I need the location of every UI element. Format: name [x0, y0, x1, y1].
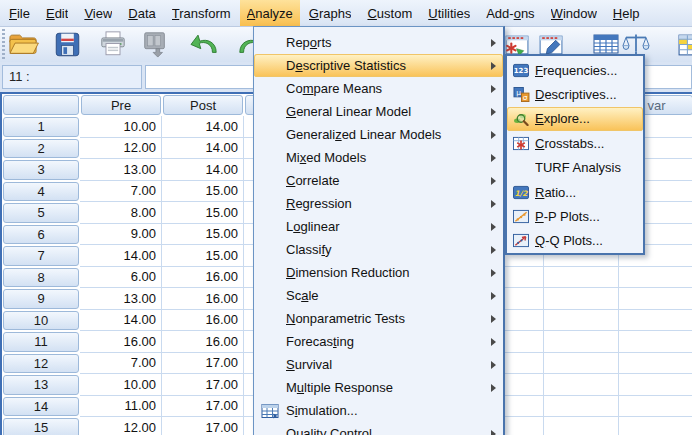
- cell-pre[interactable]: 13.00: [80, 288, 162, 310]
- submenu-item-descriptives[interactable]: Descriptives...: [507, 82, 643, 106]
- menubar-item-edit[interactable]: Edit: [39, 0, 75, 26]
- cell-post[interactable]: 14.00: [162, 138, 244, 160]
- submenu-item-p-p-plots[interactable]: P-P Plots...: [507, 204, 643, 228]
- menubar-item-data[interactable]: Data: [121, 0, 162, 26]
- menubar-item-analyze[interactable]: Analyze: [240, 0, 300, 26]
- cell-pre[interactable]: 7.00: [80, 181, 162, 203]
- cell-var[interactable]: [619, 310, 692, 332]
- row-header-cell[interactable]: 9: [3, 289, 79, 309]
- analyze-menu-item-multiple-response[interactable]: Multiple Response: [254, 376, 503, 399]
- submenu-item-explore[interactable]: Explore...: [507, 107, 643, 131]
- cell-post[interactable]: 16.00: [162, 288, 244, 310]
- analyze-menu-item-scale[interactable]: Scale: [254, 284, 503, 307]
- cell-var[interactable]: [619, 353, 692, 375]
- cell-pre[interactable]: 9.00: [80, 224, 162, 246]
- row-header-cell[interactable]: 10: [3, 311, 79, 331]
- analyze-menu-item-mixed-models[interactable]: Mixed Models: [254, 146, 503, 169]
- row-header-cell[interactable]: 15: [3, 418, 79, 435]
- cell-var[interactable]: [619, 267, 692, 289]
- cell-pre[interactable]: 12.00: [80, 417, 162, 435]
- cell-pre[interactable]: 10.00: [80, 374, 162, 396]
- cell-pre[interactable]: 10.00: [80, 116, 162, 138]
- cell-post[interactable]: 15.00: [162, 224, 244, 246]
- row-header-cell[interactable]: 14: [3, 397, 79, 417]
- analyze-menu-item-loglinear[interactable]: Loglinear: [254, 215, 503, 238]
- analyze-menu-item-quality-control[interactable]: Quality Control: [254, 422, 503, 435]
- analyze-menu-item-regression[interactable]: Regression: [254, 192, 503, 215]
- cell-pre[interactable]: 14.00: [80, 310, 162, 332]
- analyze-menu-item-descriptive-statistics[interactable]: Descriptive Statistics: [254, 54, 503, 77]
- cell-post[interactable]: 15.00: [162, 245, 244, 267]
- open-data-icon[interactable]: [6, 28, 40, 60]
- cell-pre[interactable]: 6.00: [80, 267, 162, 289]
- cell-empty[interactable]: [544, 417, 619, 435]
- row-header-cell[interactable]: 6: [3, 225, 79, 245]
- menubar-item-graphs[interactable]: Graphs: [302, 0, 359, 26]
- cell-post[interactable]: 17.00: [162, 374, 244, 396]
- toolbar-drag-handle[interactable]: [2, 29, 5, 59]
- analyze-menu-item-nonparametric-tests[interactable]: Nonparametric Tests: [254, 307, 503, 330]
- cell-post[interactable]: 16.00: [162, 310, 244, 332]
- analyze-menu-item-forecasting[interactable]: Forecasting: [254, 330, 503, 353]
- cell-pre[interactable]: 16.00: [80, 331, 162, 353]
- submenu-item-q-q-plots[interactable]: Q-Q Plots...: [507, 229, 643, 253]
- cell-empty[interactable]: [544, 331, 619, 353]
- cell-pre[interactable]: 12.00: [80, 138, 162, 160]
- cell-pre[interactable]: 14.00: [80, 245, 162, 267]
- corner-header-cell[interactable]: [3, 95, 79, 115]
- cell-pre[interactable]: 11.00: [80, 396, 162, 418]
- row-header-cell[interactable]: 7: [3, 246, 79, 266]
- row-header-cell[interactable]: 8: [3, 268, 79, 288]
- analyze-menu-item-simulation[interactable]: Simulation...: [254, 399, 503, 422]
- row-header-cell[interactable]: 11: [3, 332, 79, 352]
- menubar-item-window[interactable]: Window: [544, 0, 604, 26]
- row-header-cell[interactable]: 5: [3, 203, 79, 223]
- cell-var[interactable]: [619, 331, 692, 353]
- cell-empty[interactable]: [544, 267, 619, 289]
- cell-empty[interactable]: [544, 353, 619, 375]
- submenu-item-ratio[interactable]: Ratio...: [507, 180, 643, 204]
- row-header-cell[interactable]: 2: [3, 139, 79, 159]
- cell-post[interactable]: 17.00: [162, 417, 244, 435]
- analyze-menu-item-correlate[interactable]: Correlate: [254, 169, 503, 192]
- menubar-item-view[interactable]: View: [77, 0, 119, 26]
- cell-post[interactable]: 16.00: [162, 331, 244, 353]
- analyze-menu-item-dimension-reduction[interactable]: Dimension Reduction: [254, 261, 503, 284]
- print-icon[interactable]: [96, 28, 130, 60]
- undo-icon[interactable]: [188, 28, 222, 60]
- cell-pre[interactable]: 7.00: [80, 353, 162, 375]
- select-cases-icon[interactable]: [673, 28, 692, 60]
- submenu-item-turf-analysis[interactable]: TURF Analysis: [507, 156, 643, 180]
- menubar-item-transform[interactable]: Transform: [165, 0, 238, 26]
- submenu-item-crosstabs[interactable]: Crosstabs...: [507, 131, 643, 155]
- menubar-item-utilities[interactable]: Utilities: [421, 0, 477, 26]
- cell-empty[interactable]: [544, 374, 619, 396]
- column-header-pre[interactable]: Pre: [81, 95, 161, 115]
- recall-dialogs-icon[interactable]: [138, 28, 172, 60]
- cell-post[interactable]: 14.00: [162, 159, 244, 181]
- menubar-item-file[interactable]: File: [2, 0, 37, 26]
- cell-empty[interactable]: [544, 310, 619, 332]
- analyze-menu-item-classify[interactable]: Classify: [254, 238, 503, 261]
- cell-pre[interactable]: 8.00: [80, 202, 162, 224]
- menubar-item-custom[interactable]: Custom: [360, 0, 419, 26]
- analyze-menu-item-compare-means[interactable]: Compare Means: [254, 77, 503, 100]
- analyze-menu-item-survival[interactable]: Survival: [254, 353, 503, 376]
- column-header-post[interactable]: Post: [163, 95, 243, 115]
- cell-empty[interactable]: [544, 396, 619, 418]
- cell-var[interactable]: [619, 417, 692, 435]
- cell-pre[interactable]: 13.00: [80, 159, 162, 181]
- cell-var[interactable]: [619, 288, 692, 310]
- cell-post[interactable]: 17.00: [162, 353, 244, 375]
- save-icon[interactable]: [50, 28, 84, 60]
- cell-var[interactable]: [619, 396, 692, 418]
- analyze-menu-item-reports[interactable]: Reports: [254, 31, 503, 54]
- row-header-cell[interactable]: 4: [3, 182, 79, 202]
- cell-post[interactable]: 15.00: [162, 181, 244, 203]
- row-header-cell[interactable]: 1: [3, 117, 79, 137]
- row-header-cell[interactable]: 3: [3, 160, 79, 180]
- menubar-item-help[interactable]: Help: [606, 0, 647, 26]
- cell-empty[interactable]: [544, 288, 619, 310]
- row-header-cell[interactable]: 13: [3, 375, 79, 395]
- analyze-menu-item-general-linear-model[interactable]: General Linear Model: [254, 100, 503, 123]
